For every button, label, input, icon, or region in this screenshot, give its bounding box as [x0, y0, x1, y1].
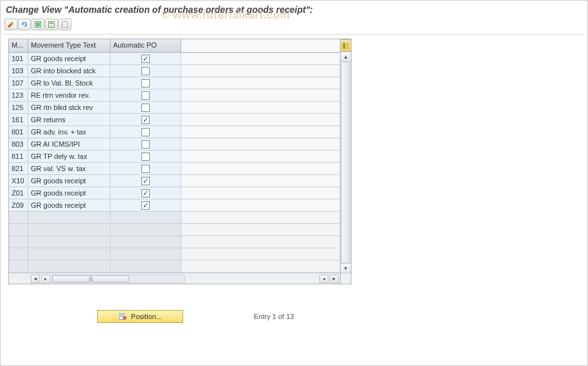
horizontal-scrollbar[interactable]: ◄ ▸ ◂ ► [9, 273, 340, 284]
cell-movement-type[interactable]: 811 [9, 151, 28, 162]
table-row[interactable]: 107GR to Val. Bl. Stock [9, 77, 340, 89]
cell-movement-text[interactable]: GR goods receipt [28, 199, 111, 211]
cell-movement-text[interactable]: RE rtrn vendor rev. [28, 89, 111, 101]
table-settings-button[interactable] [341, 39, 352, 52]
select-block-button[interactable] [45, 19, 58, 30]
cell-movement-type[interactable]: 803 [9, 138, 28, 150]
cell-auto-po[interactable] [111, 151, 181, 162]
cell-movement-type[interactable]: 125 [9, 102, 28, 113]
table-row[interactable]: 101GR goods receipt [9, 53, 340, 65]
svg-rect-10 [120, 315, 123, 315]
cell-movement-text[interactable]: GR adv. inv. + tax [28, 126, 111, 138]
svg-rect-7 [343, 43, 346, 49]
position-button[interactable]: Position... [97, 310, 183, 323]
v-scroll-thumb[interactable] [341, 62, 350, 263]
col-header-movement-text[interactable]: Movement Type Text [28, 39, 111, 52]
cell-auto-po[interactable] [111, 77, 181, 89]
table-row[interactable]: Z01GR goods receipt [9, 187, 340, 199]
cell-empty [111, 248, 181, 260]
cell-movement-text[interactable]: GR TP dely w. tax [28, 151, 111, 162]
cell-auto-po[interactable] [111, 175, 181, 187]
cell-empty [9, 248, 28, 260]
cell-auto-po[interactable] [111, 199, 181, 211]
cell-movement-type[interactable]: 161 [9, 114, 28, 125]
cell-movement-text[interactable]: GR returns [28, 114, 111, 125]
cell-filler [181, 163, 340, 174]
scroll-down-icon[interactable]: ▼ [341, 263, 351, 273]
scroll-left-icon[interactable]: ▸ [41, 275, 50, 283]
table-row[interactable]: 161GR returns [9, 114, 340, 126]
table-row[interactable]: 821GR val. VS w. tax [9, 163, 340, 175]
cell-movement-type[interactable]: 103 [9, 65, 28, 77]
table-row[interactable]: 125GR rtn blkd stck rev [9, 102, 340, 114]
select-all-button[interactable] [31, 19, 44, 30]
cell-movement-text[interactable]: GR into blocked stck [28, 65, 111, 77]
checkbox-auto-po[interactable] [141, 91, 150, 100]
cell-movement-text[interactable]: GR goods receipt [28, 187, 111, 199]
checkbox-auto-po[interactable] [141, 177, 150, 185]
other-entry-button[interactable] [18, 19, 31, 30]
scroll-right-full-icon[interactable]: ► [330, 275, 339, 283]
checkbox-auto-po[interactable] [141, 201, 150, 210]
checkbox-auto-po[interactable] [141, 116, 150, 124]
checkbox-auto-po[interactable] [141, 165, 150, 173]
col-header-movement-type[interactable]: M... [9, 39, 28, 52]
cell-movement-text[interactable]: GR rtn blkd stck rev [28, 102, 111, 113]
cell-auto-po[interactable] [111, 89, 181, 101]
cell-movement-text[interactable]: GR val. VS w. tax [28, 163, 111, 174]
cell-auto-po[interactable] [111, 187, 181, 199]
v-scroll-track[interactable] [341, 62, 351, 263]
deselect-all-button[interactable] [58, 19, 71, 30]
table-row[interactable]: 123RE rtrn vendor rev. [9, 89, 340, 102]
cell-movement-type[interactable]: 101 [9, 53, 28, 64]
checkbox-auto-po[interactable] [141, 79, 150, 87]
checkbox-auto-po[interactable] [141, 152, 150, 161]
cell-movement-text[interactable]: GR goods receipt [28, 175, 111, 187]
checkbox-auto-po[interactable] [141, 67, 150, 75]
cell-movement-type[interactable]: 821 [9, 163, 28, 174]
checkbox-auto-po[interactable] [141, 128, 150, 136]
cell-movement-type[interactable]: 123 [9, 89, 28, 101]
scroll-up-icon[interactable]: ▲ [341, 52, 351, 62]
checkbox-auto-po[interactable] [141, 189, 150, 197]
cell-empty [28, 212, 111, 223]
cell-auto-po[interactable] [111, 163, 181, 174]
cell-movement-text[interactable]: GR AI ICMS/IPI [28, 138, 111, 150]
checkbox-auto-po[interactable] [141, 104, 150, 112]
cell-movement-type[interactable]: Z01 [9, 187, 28, 199]
scroll-left-full-icon[interactable]: ◄ [31, 275, 40, 283]
cell-empty [111, 224, 181, 235]
svg-rect-8 [346, 43, 349, 49]
h-scroll-track[interactable] [51, 275, 185, 283]
cell-auto-po[interactable] [111, 53, 181, 64]
cell-auto-po[interactable] [111, 102, 181, 113]
cell-empty [181, 236, 340, 248]
table-row-empty [9, 248, 340, 261]
checkbox-auto-po[interactable] [141, 140, 150, 149]
vertical-scrollbar[interactable]: ▲ ▼ [341, 39, 352, 284]
cell-movement-text[interactable]: GR to Val. Bl. Stock [28, 77, 111, 89]
table-row[interactable]: X10GR goods receipt [9, 175, 340, 187]
col-header-auto-po[interactable]: Automatic PO [111, 39, 181, 52]
cell-movement-type[interactable]: X10 [9, 175, 28, 187]
table-row[interactable]: Z09GR goods receipt [9, 199, 340, 212]
cell-empty [111, 261, 181, 272]
table-row[interactable]: 811GR TP dely w. tax [9, 151, 340, 163]
table-row[interactable]: 801GR adv. inv. + tax [9, 126, 340, 138]
scroll-right-icon[interactable]: ◂ [319, 275, 328, 283]
cell-auto-po[interactable] [111, 114, 181, 125]
cell-movement-type[interactable]: 107 [9, 77, 28, 89]
toggle-change-button[interactable] [4, 19, 17, 30]
cell-auto-po[interactable] [111, 138, 181, 150]
cell-movement-type[interactable]: Z09 [9, 199, 28, 211]
h-scroll-thumb[interactable] [52, 275, 129, 282]
cell-auto-po[interactable] [111, 126, 181, 138]
table-row[interactable]: 103GR into blocked stck [9, 65, 340, 77]
checkbox-auto-po[interactable] [141, 55, 150, 63]
cell-movement-type[interactable]: 801 [9, 126, 28, 138]
table-row[interactable]: 803GR AI ICMS/IPI [9, 138, 340, 151]
cell-empty [9, 212, 28, 223]
cell-movement-text[interactable]: GR goods receipt [28, 53, 111, 64]
cell-filler [181, 77, 340, 89]
cell-auto-po[interactable] [111, 65, 181, 77]
